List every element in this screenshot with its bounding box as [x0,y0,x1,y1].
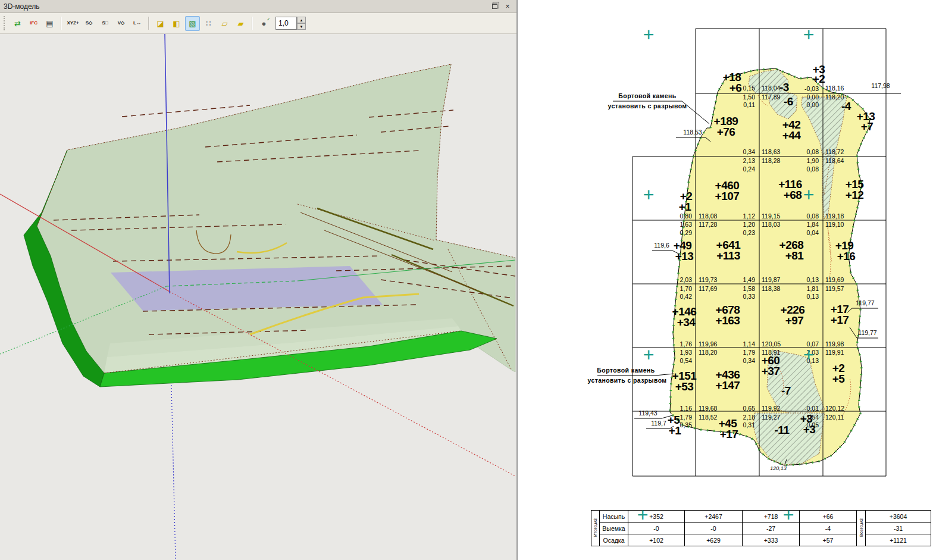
plan-label: 0,42 [680,293,692,300]
restore-icon [492,4,497,9]
toolbar-grip[interactable] [4,16,6,30]
plan-label: 119,91 [825,349,844,356]
plan-volume-value: +147 [716,379,740,392]
toolbar-l-length-button[interactable]: L↔ [130,16,145,31]
grid-cross-icon: + [803,24,815,46]
summary-total-cell: -31 [866,523,931,534]
summary-row-label: Осадка [600,534,628,546]
summary-cell: +102 [628,534,685,546]
plan-label: 0,08 [807,148,819,155]
plan-volume-value: +113 [716,249,740,262]
plan-volume-value: +1 [679,201,691,214]
toolbar-extrude-tool-button[interactable]: ◧ [169,16,184,31]
summary-right-unit-label: Всего,м3 [857,511,866,546]
plan-volume-value: -4 [841,100,851,113]
float-window-button[interactable] [489,2,500,11]
summary-cell: -4 [800,523,857,534]
plan-volume-value: +1 [669,424,681,437]
scale-up-button[interactable]: ▲ [297,17,306,23]
plan-volume-value: +37 [762,365,780,378]
plan-label: 0,31 [743,421,755,428]
export-ifc-icon: IFC [30,21,37,26]
toolbar-slab-solid-button[interactable]: ▰ [233,16,248,31]
toolbar-v-volume-button[interactable]: V◇ [114,16,129,31]
close-panel-button[interactable]: × [502,2,513,11]
toolbar-film-button[interactable]: ▤ [42,16,57,31]
plan-label: 117,98 [871,82,890,89]
summary-cell: +333 [743,534,800,546]
plan-label: 119,10 [825,221,844,228]
plan-annotation: Бортовой камень [597,367,655,374]
toolbar-slab-outline-button[interactable]: ▱ [217,16,232,31]
plan-label: 118,53 [683,129,702,136]
sphere-display-icon: ● [262,20,267,27]
plan-label: 118,20 [825,93,844,101]
plan-label: 118,28 [762,157,780,164]
plan-label: 119,15 [762,212,780,220]
toolbar-points-mode-button[interactable]: ∷ [201,16,216,31]
summary-cell: +2467 [685,511,743,523]
plan-label: 2,13 [743,157,755,164]
toolbar-refresh-button[interactable]: ⇄ [10,16,25,31]
plan-label: 1,16 [680,405,692,412]
plan-annotation: Бортовой камень [618,92,676,99]
plan-label: 118,91 [762,349,780,356]
plan-volume-value: +53 [675,380,694,393]
plan-label: 117,69 [699,285,717,292]
plan-label: 0,34 [743,357,755,364]
plan-label: 119,27 [762,414,780,421]
plan-volume-value: +68 [784,189,802,202]
grid-cross-icon: + [643,24,655,46]
grid-cross-icon: + [643,184,655,206]
plan-label: 0,08 [807,165,819,173]
plan-label: 119,57 [825,285,844,292]
plan-label: 0,65 [743,405,755,412]
plan-label: 0,05 [807,421,819,428]
toolbar-solid-model-button[interactable]: ▧ [185,16,200,31]
plan-volume-value: +7 [861,120,873,133]
toolbar-sphere-display-button[interactable]: ●✓ [256,16,271,31]
film-icon: ▤ [46,20,53,27]
plan-label: 118,16 [825,85,844,92]
scale-input[interactable] [275,17,297,30]
plan-volume-value: +16 [837,250,856,263]
plan-label: 1,12 [743,212,755,220]
3d-viewport[interactable] [0,34,516,560]
toolbar-export-ifc-button[interactable]: IFC [26,16,41,31]
plan-label: -0,03 [804,85,819,92]
plan-label: 119,77 [856,299,874,306]
summary-cell: -0 [685,523,743,534]
plan-volume-value: +81 [785,249,804,262]
toolbar-wedge-tool-button[interactable]: ◪ [153,16,168,31]
v-volume-icon: V◇ [118,21,125,26]
plan-drawing[interactable] [518,0,932,560]
plan-label: 0,08 [807,212,819,220]
plan-label: 118,72 [825,148,844,155]
scale-down-button[interactable]: ▼ [297,23,306,30]
plan-label: 0,35 [680,421,692,428]
plan-label: 1,76 [680,340,692,348]
plan-label: 118,38 [762,285,780,292]
extrude-tool-icon: ◧ [173,20,180,27]
panel-titlebar[interactable]: 3D-модель × [0,0,516,13]
plan-volume-value: +34 [677,316,696,329]
plan-label: 0,29 [680,229,692,236]
plan-volume-value: +13 [675,250,694,263]
plan-label: 119,73 [699,276,717,283]
plan-label: 118,64 [825,157,844,164]
grid-cross-icon: + [803,184,815,206]
xyz-point-icon: XYZ+ [67,21,79,26]
plan-volume-value: +17 [831,314,849,327]
plan-volume-value: +5 [832,373,845,386]
plan-label: 118,03 [762,221,780,228]
3d-model-panel: 3D-модель × ⇄IFC▤XYZ+S◇S□V◇L↔◪◧▧∷▱▰●✓ ▲ … [0,0,518,560]
toolbar-s-volume-button[interactable]: S◇ [82,16,96,31]
plan-volume-value: -3 [779,81,789,94]
l-length-icon: L↔ [133,21,141,26]
toolbar-xyz-point-button[interactable]: XYZ+ [65,16,80,31]
plan-volume-value: +17 [720,428,738,441]
toolbar-separator [148,17,149,30]
plan-label: 1,70 [680,285,692,292]
toolbar-s-area-button[interactable]: S□ [98,16,112,31]
plan-label: 0,00 [807,101,819,108]
